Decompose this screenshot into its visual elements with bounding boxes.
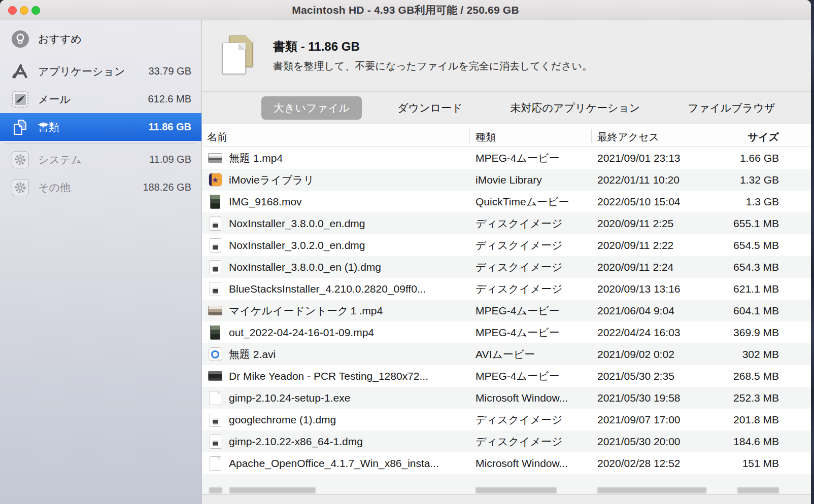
sidebar-item-size: 188.26 GB xyxy=(143,182,191,193)
file-size: 268.5 MB xyxy=(733,370,779,382)
category-description: 書類を整理して、不要になったファイルを完全に消去してください。 xyxy=(273,59,592,73)
table-row[interactable]: googlechrome (1).dmg ディスクイメージ 2021/09/07… xyxy=(202,409,811,430)
file-name-cell: BlueStacksInstaller_4.210.0.2820_09ff0..… xyxy=(208,282,471,296)
file-name-cell: 無題 1.mp4 xyxy=(208,151,471,165)
file-last-access: 2021/05/30 19:58 xyxy=(597,392,681,404)
file-name: googlechrome (1).dmg xyxy=(229,414,336,426)
file-name-cell: googlechrome (1).dmg xyxy=(208,413,471,427)
sidebar-item-label: 書類 xyxy=(38,120,148,134)
table-row[interactable]: gimp-2.10.22-x86_64-1.dmg ディスクイメージ 2021/… xyxy=(202,430,811,452)
file-kind: AVIムービー xyxy=(476,347,535,362)
thumb-portrait-icon xyxy=(208,195,222,209)
file-last-access: 2022/01/11 10:20 xyxy=(597,174,680,186)
window-footer xyxy=(202,494,811,504)
file-name-cell: gimp-2.10.24-setup-1.exe xyxy=(208,391,471,405)
file-name: NoxInstaller_3.0.2.0_en.dmg xyxy=(229,239,365,251)
tab-downloads[interactable]: ダウンロード xyxy=(385,96,474,120)
file-size: 1.66 GB xyxy=(740,152,779,164)
clipped-size-text xyxy=(737,487,779,493)
file-kind: ディスクイメージ xyxy=(476,282,562,296)
title-bar[interactable]: Macintosh HD - 4.93 GB利用可能 / 250.69 GB xyxy=(0,0,811,20)
column-header-name[interactable]: 名前 xyxy=(207,130,227,144)
file-name: NoxInstaller_3.8.0.0_en.dmg xyxy=(229,218,365,230)
file-name-cell: NoxInstaller_3.8.0.0_en.dmg xyxy=(208,217,471,231)
table-row[interactable]: 無題 1.mp4 MPEG-4ムービー 2021/09/01 23:13 1.6… xyxy=(202,147,811,169)
file-size: 184.6 MB xyxy=(733,436,779,448)
sidebar-item-label: おすすめ xyxy=(38,32,191,46)
fullscreen-button[interactable] xyxy=(31,6,40,15)
file-name: 無題 2.avi xyxy=(229,347,276,362)
table-row[interactable]: BlueStacksInstaller_4.210.0.2820_09ff0..… xyxy=(202,278,811,300)
file-size: 1.3 GB xyxy=(746,196,779,208)
sidebar-item-applications[interactable]: アプリケーション 33.79 GB xyxy=(0,57,201,85)
sidebar-item-mail[interactable]: メール 612.6 MB xyxy=(0,85,201,113)
sidebar-item-label: システム xyxy=(38,153,149,167)
sidebar-item-size: 11.09 GB xyxy=(149,154,191,165)
lightbulb-icon xyxy=(11,30,29,48)
file-size: 151 MB xyxy=(742,457,779,470)
table-row[interactable]: iMovieライブラリ iMovie Library 2022/01/11 10… xyxy=(202,169,811,191)
sidebar-item-documents[interactable]: 書類 11.86 GB xyxy=(0,113,201,141)
content-panel: 書類 - 11.86 GB 書類を整理して、不要になったファイルを完全に消去して… xyxy=(202,20,811,504)
close-button[interactable] xyxy=(8,6,17,15)
file-kind: MPEG-4ムービー xyxy=(476,304,560,318)
column-separator xyxy=(591,129,592,143)
doc-icon xyxy=(208,391,222,405)
table-row[interactable]: IMG_9168.mov QuickTimeムービー 2022/05/10 15… xyxy=(202,191,811,212)
file-name-cell: gimp-2.10.22-x86_64-1.dmg xyxy=(208,435,471,449)
sidebar-item-recommendations[interactable]: おすすめ xyxy=(0,25,201,53)
file-kind: ディスクイメージ xyxy=(476,413,562,427)
file-last-access: 2021/09/07 17:00 xyxy=(597,414,681,426)
tab-large-files[interactable]: 大きいファイル xyxy=(261,96,362,120)
thumb-gray-icon xyxy=(208,151,222,165)
column-separator xyxy=(732,129,732,143)
table-row[interactable]: マイケルイードントーク１.mp4 MPEG-4ムービー 2021/06/04 9… xyxy=(202,300,811,321)
sidebar-item-label: その他 xyxy=(38,181,143,195)
file-kind: MPEG-4ムービー xyxy=(476,151,560,165)
file-size: 201.8 MB xyxy=(733,414,779,426)
table-row[interactable]: out_2022-04-24-16-01-09.mp4 MPEG-4ムービー 2… xyxy=(202,321,811,343)
file-size: 252.3 MB xyxy=(733,392,779,404)
sidebar-item-system[interactable]: システム 11.09 GB xyxy=(0,146,201,173)
sidebar-item-label: メール xyxy=(38,92,148,106)
file-name: NoxInstaller_3.8.0.0_en (1).dmg xyxy=(229,261,381,273)
imovie-icon xyxy=(208,173,222,187)
table-row[interactable]: NoxInstaller_3.8.0.0_en (1).dmg ディスクイメージ… xyxy=(202,256,811,278)
file-last-access: 2021/05/30 2:35 xyxy=(597,370,674,382)
file-kind: Microsoft Window... xyxy=(476,392,568,404)
table-row[interactable]: Apache_OpenOffice_4.1.7_Win_x86_insta...… xyxy=(202,452,811,474)
category-title: 書類 - 11.86 GB xyxy=(273,39,592,55)
file-last-access: 2020/09/11 2:22 xyxy=(597,239,673,251)
dmg-icon xyxy=(208,260,222,274)
file-last-access: 2022/04/24 16:03 xyxy=(597,327,681,339)
doc-icon xyxy=(208,456,222,471)
table-row[interactable]: 無題 2.avi AVIムービー 2021/09/02 0:02 302 MB xyxy=(202,343,811,365)
file-size: 655.1 MB xyxy=(733,218,779,230)
table-row[interactable]: Dr Mike Yeadon - PCR Testing_1280x72... … xyxy=(202,365,811,387)
file-kind: QuickTimeムービー xyxy=(476,195,569,209)
file-kind: MPEG-4ムービー xyxy=(476,369,560,383)
table-row[interactable]: NoxInstaller_3.8.0.0_en.dmg ディスクイメージ 202… xyxy=(202,212,811,234)
file-name: IMG_9168.mov xyxy=(229,196,302,208)
column-header-kind[interactable]: 種類 xyxy=(476,130,496,144)
file-last-access: 2022/05/10 15:04 xyxy=(597,196,681,208)
table-row[interactable]: gimp-2.10.24-setup-1.exe Microsoft Windo… xyxy=(202,387,811,409)
file-size: 604.1 MB xyxy=(733,305,779,317)
sidebar-item-other[interactable]: その他 188.26 GB xyxy=(0,173,201,201)
file-last-access: 2020/09/11 2:25 xyxy=(597,218,673,230)
minimize-button[interactable] xyxy=(20,6,28,15)
dmg-icon xyxy=(208,282,222,296)
file-name: Apache_OpenOffice_4.1.7_Win_x86_insta... xyxy=(229,457,439,470)
tab-file-browser[interactable]: ファイルブラウザ xyxy=(675,96,787,120)
thumb-portrait-icon xyxy=(208,326,222,340)
tab-unsupported-apps[interactable]: 未対応のアプリケーション xyxy=(498,96,652,120)
table-row[interactable]: NoxInstaller_3.0.2.0_en.dmg ディスクイメージ 202… xyxy=(202,234,811,256)
app-store-icon xyxy=(11,62,29,81)
column-header-size[interactable]: サイズ xyxy=(748,130,779,144)
file-kind: MPEG-4ムービー xyxy=(476,326,560,340)
file-last-access: 2020/02/28 12:52 xyxy=(597,457,681,470)
file-last-access: 2021/09/01 23:13 xyxy=(597,152,681,164)
column-header-last-access[interactable]: 最終アクセス xyxy=(597,130,659,144)
file-last-access: 2021/06/04 9:04 xyxy=(597,305,674,317)
file-name-cell: NoxInstaller_3.8.0.0_en (1).dmg xyxy=(208,260,471,274)
